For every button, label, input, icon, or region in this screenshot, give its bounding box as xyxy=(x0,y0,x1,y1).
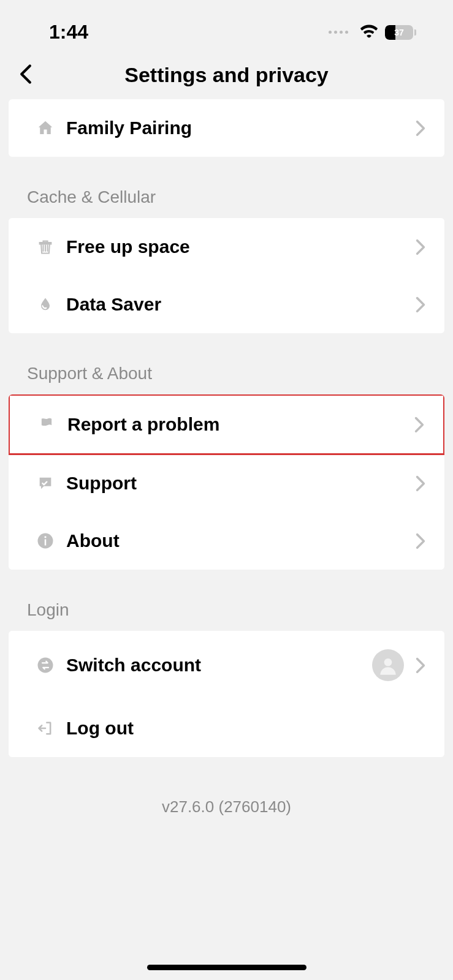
chevron-right-icon xyxy=(415,657,426,674)
list-item-switch-account[interactable]: Switch account xyxy=(9,631,444,699)
trash-icon xyxy=(36,237,55,257)
back-button[interactable] xyxy=(17,64,34,87)
section-group-family: Family Pairing xyxy=(9,99,444,157)
item-label: Free up space xyxy=(66,236,415,257)
chevron-right-icon xyxy=(415,296,426,313)
section-header-cache-cellular: Cache & Cellular xyxy=(0,168,453,218)
section-header-login: Login xyxy=(0,581,453,631)
list-item-report-problem[interactable]: Report a problem xyxy=(9,394,444,455)
list-item-free-up-space[interactable]: Free up space xyxy=(9,218,444,276)
chevron-right-icon xyxy=(415,532,426,549)
status-right: 37 xyxy=(329,24,416,40)
version-text: v27.6.0 (2760140) xyxy=(0,768,453,846)
drop-icon xyxy=(36,295,55,314)
list-item-family-pairing[interactable]: Family Pairing xyxy=(9,99,444,157)
svg-point-3 xyxy=(38,658,53,673)
flag-icon xyxy=(37,415,56,434)
item-label: Log out xyxy=(66,718,426,739)
header: Settings and privacy xyxy=(0,52,453,99)
list-item-log-out[interactable]: Log out xyxy=(9,699,444,757)
signal-dots-icon xyxy=(329,31,348,34)
battery-icon: 37 xyxy=(385,25,416,40)
avatar-icon xyxy=(372,649,404,681)
list-item-data-saver[interactable]: Data Saver xyxy=(9,276,444,333)
section-group-cache-cellular: Free up space Data Saver xyxy=(9,218,444,333)
item-label: Family Pairing xyxy=(66,118,415,138)
page-title: Settings and privacy xyxy=(17,63,436,87)
home-indicator[interactable] xyxy=(147,965,306,970)
svg-point-4 xyxy=(384,658,392,666)
svg-point-2 xyxy=(44,536,46,538)
section-group-login: Switch account Log out xyxy=(9,631,444,757)
house-icon xyxy=(36,118,55,138)
list-item-support[interactable]: Support xyxy=(9,454,444,512)
logout-icon xyxy=(36,718,55,738)
item-label: Switch account xyxy=(66,655,372,676)
item-label: Report a problem xyxy=(67,414,414,435)
chat-icon xyxy=(36,473,55,493)
status-time: 1:44 xyxy=(49,21,88,43)
chevron-right-icon xyxy=(415,238,426,255)
item-label: Data Saver xyxy=(66,294,415,315)
item-label: About xyxy=(66,530,415,551)
section-header-support-about: Support & About xyxy=(0,344,453,394)
status-bar: 1:44 37 xyxy=(0,0,453,52)
svg-rect-1 xyxy=(45,540,47,546)
list-item-about[interactable]: About xyxy=(9,512,444,570)
chevron-right-icon xyxy=(415,119,426,137)
item-label: Support xyxy=(66,473,415,494)
chevron-right-icon xyxy=(415,475,426,492)
info-icon xyxy=(36,531,55,551)
swap-icon xyxy=(36,655,55,675)
chevron-right-icon xyxy=(414,416,425,433)
section-group-support-about: Report a problem Support About xyxy=(9,394,444,570)
wifi-icon xyxy=(360,24,378,40)
